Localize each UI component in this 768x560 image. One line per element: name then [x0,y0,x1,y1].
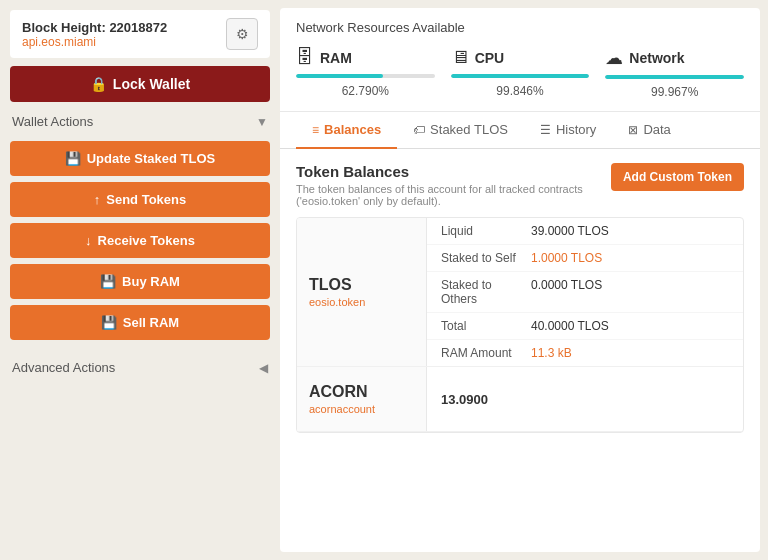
resource-cards: 🗄 RAM 62.790% 🖥 CPU 99.846% [296,47,744,99]
advanced-actions-title: Advanced Actions [12,360,115,375]
balances-tab-icon: ≡ [312,123,319,137]
wallet-actions-list: 💾 Update Staked TLOS ↑ Send Tokens ↓ Rec… [10,141,270,340]
cpu-bar-fill [451,74,589,78]
cpu-icon: 🖥 [451,47,469,68]
tlos-staked-others-row: Staked to Others 0.0000 TLOS [427,272,743,313]
wallet-actions-title: Wallet Actions [12,114,93,129]
tab-history-label: History [556,122,596,137]
receive-tokens-label: Receive Tokens [98,233,195,248]
main-content: Token Balances The token balances of thi… [280,149,760,552]
staked-others-value: 0.0000 TLOS [531,278,602,306]
token-table: TLOS eosio.token Liquid 39.0000 TLOS Sta… [296,217,744,433]
resource-header-cpu: 🖥 CPU [451,47,590,68]
ram-amount-label: RAM Amount [441,346,531,360]
cpu-name: CPU [475,50,505,66]
liquid-label: Liquid [441,224,531,238]
table-row: TLOS eosio.token Liquid 39.0000 TLOS Sta… [297,218,743,367]
network-pct: 99.967% [605,85,744,99]
ram-name: RAM [320,50,352,66]
ram-pct: 62.790% [296,84,435,98]
network-name: Network [629,50,684,66]
tab-data[interactable]: ⊠ Data [612,112,686,149]
ram-amount-value: 11.3 kB [531,346,572,360]
sell-ram-label: Sell RAM [123,315,179,330]
network-resources-section: Network Resources Available 🗄 RAM 62.790… [280,8,760,112]
acorn-symbol: ACORN [309,383,414,401]
wallet-actions-header: Wallet Actions ▼ [10,110,270,133]
acorn-value-cell: 13.0900 [427,367,743,431]
token-balances-desc: The token balances of this account for a… [296,183,611,207]
send-icon: ↑ [94,192,101,207]
liquid-value: 39.0000 TLOS [531,224,609,238]
update-staked-tlos-label: Update Staked TLOS [87,151,216,166]
acorn-value: 13.0900 [441,392,488,407]
tlos-ram-row: RAM Amount 11.3 kB [427,340,743,366]
cpu-pct: 99.846% [451,84,590,98]
resource-card-ram: 🗄 RAM 62.790% [296,47,435,99]
buy-ram-label: Buy RAM [122,274,180,289]
table-row: ACORN acornaccount 13.0900 [297,367,743,432]
ram-bar-bg [296,74,435,78]
update-staked-tlos-button[interactable]: 💾 Update Staked TLOS [10,141,270,176]
acorn-name-cell: ACORN acornaccount [297,367,427,431]
update-icon: 💾 [65,151,81,166]
tlos-name-cell: TLOS eosio.token [297,218,427,366]
tlos-staked-self-row: Staked to Self 1.0000 TLOS [427,245,743,272]
settings-button[interactable]: ⚙ [226,18,258,50]
chevron-down-icon: ▼ [256,115,268,129]
tlos-symbol: TLOS [309,276,414,294]
block-info-card: Block Height: 22018872 api.eos.miami ⚙ [10,10,270,58]
staked-self-value: 1.0000 TLOS [531,251,602,265]
ram-icon: 🗄 [296,47,314,68]
send-tokens-button[interactable]: ↑ Send Tokens [10,182,270,217]
token-balances-title: Token Balances [296,163,611,180]
advanced-actions-header[interactable]: Advanced Actions ◀ [10,352,270,383]
resource-header-network: ☁ Network [605,47,744,69]
gear-icon: ⚙ [236,26,249,42]
sell-ram-button[interactable]: 💾 Sell RAM [10,305,270,340]
tab-history[interactable]: ☰ History [524,112,612,149]
token-balances-info: Token Balances The token balances of thi… [296,163,611,207]
tabs-bar: ≡ Balances 🏷 Staked TLOS ☰ History ⊠ Dat… [280,112,760,149]
tlos-total-row: Total 40.0000 TLOS [427,313,743,340]
tab-balances[interactable]: ≡ Balances [296,112,397,149]
total-value: 40.0000 TLOS [531,319,609,333]
staked-others-label: Staked to Others [441,278,531,306]
receive-icon: ↓ [85,233,92,248]
total-label: Total [441,319,531,333]
left-panel: Block Height: 22018872 api.eos.miami ⚙ 🔒… [0,0,280,560]
data-tab-icon: ⊠ [628,123,638,137]
sell-ram-icon: 💾 [101,315,117,330]
network-resources-title: Network Resources Available [296,20,744,35]
block-info-text: Block Height: 22018872 api.eos.miami [22,20,167,49]
acorn-contract: acornaccount [309,403,414,415]
network-bar-bg [605,75,744,79]
add-custom-token-button[interactable]: Add Custom Token [611,163,744,191]
resource-header-ram: 🗄 RAM [296,47,435,68]
block-height: Block Height: 22018872 [22,20,167,35]
api-url: api.eos.miami [22,35,167,49]
staked-self-label: Staked to Self [441,251,531,265]
tlos-details: Liquid 39.0000 TLOS Staked to Self 1.000… [427,218,743,366]
history-tab-icon: ☰ [540,123,551,137]
lock-icon: 🔒 [90,76,107,92]
receive-tokens-button[interactable]: ↓ Receive Tokens [10,223,270,258]
lock-wallet-button[interactable]: 🔒 Lock Wallet [10,66,270,102]
chevron-left-icon: ◀ [259,361,268,375]
tab-staked-tlos-label: Staked TLOS [430,122,508,137]
ram-bar-fill [296,74,383,78]
tlos-contract: eosio.token [309,296,414,308]
send-tokens-label: Send Tokens [106,192,186,207]
staked-tab-icon: 🏷 [413,123,425,137]
tab-data-label: Data [643,122,670,137]
lock-wallet-label: Lock Wallet [113,76,190,92]
tab-staked-tlos[interactable]: 🏷 Staked TLOS [397,112,524,149]
buy-ram-icon: 💾 [100,274,116,289]
resource-card-network: ☁ Network 99.967% [605,47,744,99]
network-bar-fill [605,75,744,79]
buy-ram-button[interactable]: 💾 Buy RAM [10,264,270,299]
right-panel: Network Resources Available 🗄 RAM 62.790… [280,8,760,552]
cpu-bar-bg [451,74,590,78]
network-icon: ☁ [605,47,623,69]
token-balances-header: Token Balances The token balances of thi… [296,163,744,207]
